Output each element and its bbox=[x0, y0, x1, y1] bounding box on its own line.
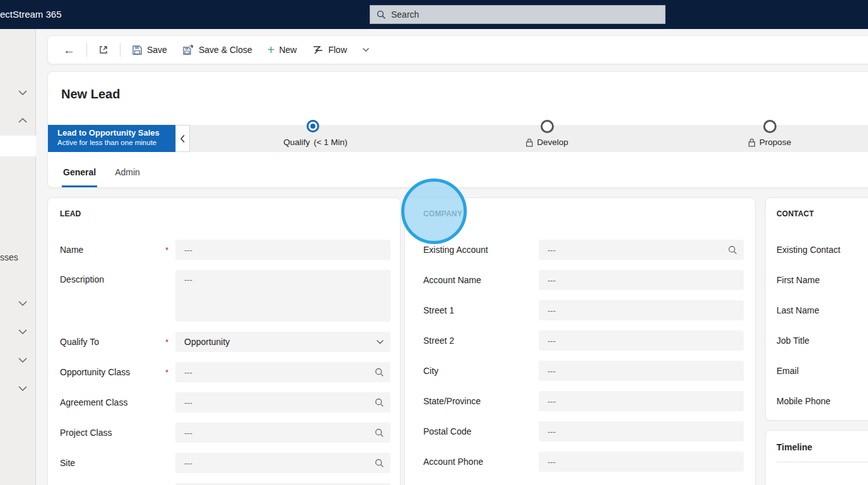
field-row-existing-account: Existing Account --- bbox=[423, 240, 744, 260]
field-row-postal-code: Postal Code --- bbox=[423, 421, 744, 441]
field-label: Postal Code bbox=[423, 426, 471, 436]
field-label: Account Phone bbox=[423, 457, 483, 467]
agreement-class-lookup[interactable]: --- bbox=[175, 392, 390, 412]
account-phone-input[interactable]: --- bbox=[539, 452, 744, 472]
top-navigation-bar: ectStream 365 Search bbox=[0, 0, 868, 29]
field-label: Name bbox=[60, 245, 83, 255]
field-value: --- bbox=[184, 275, 384, 284]
stage-locked-icon[interactable] bbox=[763, 120, 777, 133]
open-in-new-window-button[interactable] bbox=[92, 41, 115, 59]
tab-admin[interactable]: Admin bbox=[114, 161, 141, 187]
state-province-input[interactable]: --- bbox=[539, 391, 744, 411]
process-status: Active for less than one minute bbox=[57, 138, 175, 147]
sidebar-item-truncated-label[interactable]: sses bbox=[0, 252, 18, 262]
chevron-down-icon[interactable] bbox=[18, 329, 28, 335]
site-lookup[interactable]: --- bbox=[175, 453, 390, 473]
project-class-lookup[interactable]: --- bbox=[175, 423, 390, 443]
save-label: Save bbox=[147, 45, 167, 55]
field-value: --- bbox=[184, 368, 375, 377]
description-textarea[interactable]: --- bbox=[175, 270, 390, 322]
field-label: Qualify To bbox=[60, 337, 99, 347]
stage-active-icon[interactable] bbox=[307, 120, 319, 132]
field-value: --- bbox=[548, 366, 737, 376]
existing-account-lookup[interactable]: --- bbox=[539, 240, 744, 260]
record-header-card: New Lead Lead to Opportunity Sales Activ… bbox=[47, 71, 868, 188]
account-name-input[interactable]: --- bbox=[539, 270, 744, 290]
field-value: --- bbox=[184, 459, 375, 468]
flow-label: Flow bbox=[328, 45, 347, 55]
process-collapse-button[interactable] bbox=[175, 125, 190, 152]
field-label: Existing Contact bbox=[777, 245, 840, 255]
chevron-up-icon[interactable] bbox=[18, 117, 28, 124]
flow-dropdown-button[interactable] bbox=[356, 44, 376, 56]
field-row-existing-contact: Existing Contact bbox=[777, 240, 868, 260]
field-label: Last Name bbox=[777, 305, 819, 315]
process-info-box[interactable]: Lead to Opportunity Sales Active for les… bbox=[48, 125, 175, 152]
field-label: State/Province bbox=[423, 396, 481, 406]
field-value: --- bbox=[548, 336, 737, 346]
main-content-area: ← Save Save & Close + New bbox=[36, 29, 868, 485]
chevron-down-icon bbox=[362, 47, 370, 52]
back-arrow-icon: ← bbox=[63, 44, 75, 56]
field-value: Opportunity bbox=[184, 337, 376, 347]
site-map-sidebar: sses bbox=[0, 29, 36, 485]
process-stage-track: Qualify (< 1 Min) Develop bbox=[190, 125, 868, 152]
field-label: Mobile Phone bbox=[777, 396, 831, 406]
plus-icon: + bbox=[267, 44, 275, 56]
lookup-search-icon[interactable] bbox=[375, 398, 384, 407]
required-marker: * bbox=[165, 337, 168, 347]
save-and-close-icon bbox=[182, 44, 194, 56]
opportunity-class-lookup[interactable]: --- bbox=[175, 362, 390, 382]
field-label: Agreement Class bbox=[60, 397, 127, 407]
chevron-down-icon[interactable] bbox=[18, 300, 28, 307]
street1-input[interactable]: --- bbox=[539, 300, 744, 320]
sidebar-selected-item[interactable] bbox=[0, 136, 36, 156]
save-icon bbox=[132, 45, 143, 56]
lookup-search-icon[interactable] bbox=[375, 428, 384, 438]
lookup-search-icon[interactable] bbox=[375, 368, 384, 377]
chevron-down-icon[interactable] bbox=[18, 357, 28, 363]
save-and-close-button[interactable]: Save & Close bbox=[176, 40, 259, 59]
chevron-down-icon[interactable] bbox=[18, 90, 28, 96]
field-row-site: Site --- bbox=[60, 453, 390, 473]
field-value: --- bbox=[184, 398, 375, 407]
field-row-description: Description --- bbox=[60, 270, 390, 322]
name-input[interactable]: --- bbox=[175, 240, 390, 260]
field-label: Opportunity Class bbox=[60, 367, 130, 377]
tab-general[interactable]: General bbox=[62, 161, 97, 187]
process-name: Lead to Opportunity Sales bbox=[57, 128, 175, 138]
page-title: New Lead bbox=[61, 87, 120, 102]
qualify-to-select[interactable]: Opportunity bbox=[175, 332, 390, 352]
field-label: City bbox=[423, 366, 438, 376]
timeline-section-card: Timeline bbox=[765, 430, 868, 485]
field-label: Site bbox=[60, 458, 75, 468]
city-input[interactable]: --- bbox=[539, 361, 744, 381]
save-button[interactable]: Save bbox=[126, 41, 173, 59]
stage-qualify-label: Qualify bbox=[283, 137, 310, 147]
street2-input[interactable]: --- bbox=[539, 330, 744, 351]
required-marker: * bbox=[165, 245, 168, 255]
stage-locked-icon[interactable] bbox=[541, 120, 554, 133]
back-button[interactable]: ← bbox=[57, 40, 81, 60]
lookup-search-icon[interactable] bbox=[375, 459, 384, 468]
field-label: Description bbox=[60, 274, 104, 284]
divider bbox=[86, 43, 87, 57]
section-title-company: COMPANY bbox=[423, 209, 744, 218]
stage-qualify-duration: (< 1 Min) bbox=[314, 137, 348, 147]
new-button[interactable]: + New bbox=[261, 40, 303, 60]
timeline-title: Timeline bbox=[777, 442, 868, 452]
field-row-last-name: Last Name bbox=[777, 300, 868, 320]
flow-button[interactable]: Flow bbox=[305, 41, 353, 59]
field-row-account-phone: Account Phone --- bbox=[423, 452, 744, 472]
global-search-input[interactable]: Search bbox=[370, 5, 666, 24]
lookup-search-icon[interactable] bbox=[728, 245, 737, 255]
field-row-email: Email bbox=[777, 361, 868, 381]
postal-code-input[interactable]: --- bbox=[539, 421, 744, 441]
field-label: Account Name bbox=[423, 275, 481, 285]
field-label: Street 2 bbox=[423, 336, 454, 346]
field-row-job-title: Job Title bbox=[777, 330, 868, 351]
required-marker: * bbox=[165, 368, 168, 377]
chevron-down-icon[interactable] bbox=[18, 385, 28, 392]
save-and-close-label: Save & Close bbox=[199, 45, 252, 55]
stage-develop-label: Develop bbox=[537, 137, 568, 147]
